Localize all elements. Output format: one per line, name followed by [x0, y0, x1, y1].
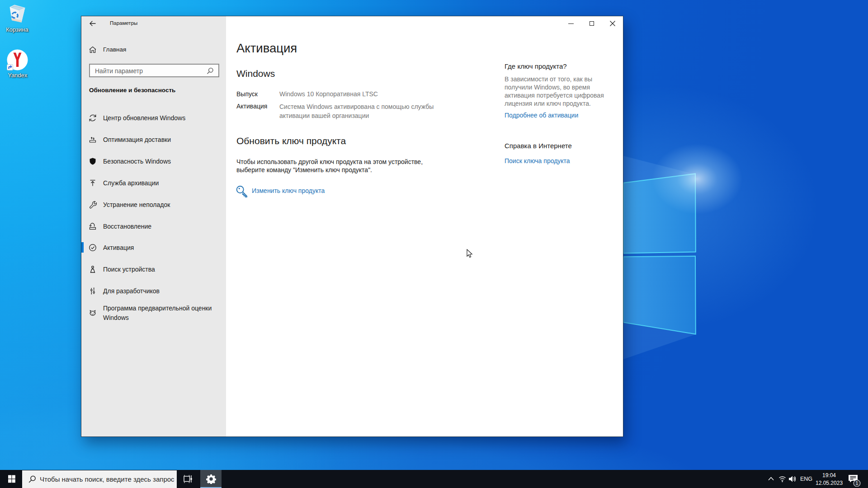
- svg-text:1: 1: [856, 480, 859, 486]
